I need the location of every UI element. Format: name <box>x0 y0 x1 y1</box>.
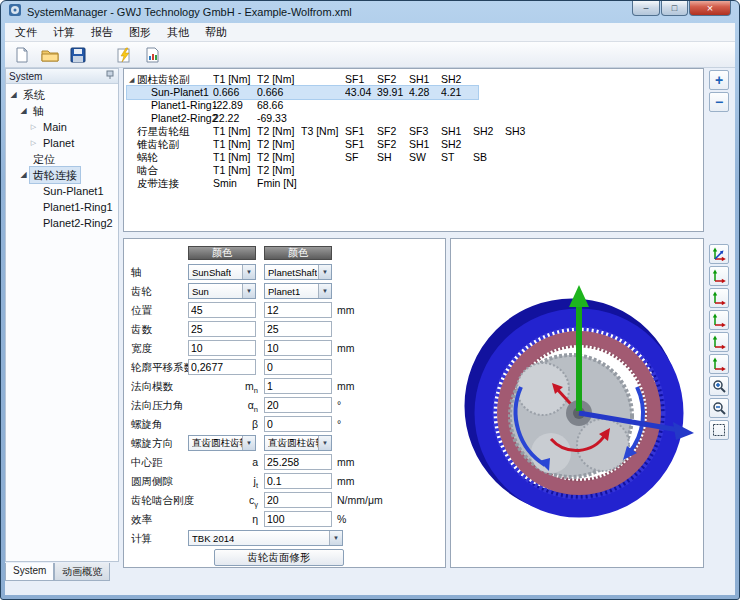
new-document-icon[interactable] <box>11 44 32 65</box>
backlash-input[interactable] <box>264 473 332 489</box>
collapse-icon[interactable]: ◢ <box>127 73 137 86</box>
results-group-row[interactable]: 皮带连接SminFmin [N] <box>127 177 306 190</box>
tree-item-Planet2-Ring2[interactable]: Planet2-Ring2 <box>6 215 118 231</box>
dropdown-arrow-icon[interactable]: ▼ <box>318 265 331 279</box>
collapse-icon[interactable]: ◢ <box>18 103 29 119</box>
open-file-icon[interactable] <box>39 44 60 65</box>
title-bar[interactable]: SystemManager - GWJ Technology GmbH - Ex… <box>1 1 739 23</box>
tree-item-系统[interactable]: ◢系统 <box>6 87 118 103</box>
results-cell: ST <box>441 151 473 164</box>
menu-item-graphics[interactable]: 图形 <box>121 23 159 42</box>
pressure-angle-input[interactable] <box>264 397 332 413</box>
tab-System[interactable]: System <box>5 563 54 581</box>
position-input-2[interactable] <box>264 302 332 318</box>
width-input-1[interactable] <box>188 340 256 356</box>
results-data-row[interactable]: Planet2-Ring222.22-69.33 <box>127 112 306 125</box>
form-label: 轴 <box>131 266 142 280</box>
menu-item-file[interactable]: 文件 <box>7 23 45 42</box>
remove-connection-button[interactable]: − <box>709 92 729 112</box>
tree-item-Main[interactable]: ▷Main <box>6 119 118 135</box>
results-cell: T2 [Nm] <box>257 151 301 164</box>
tree-item-Sun-Planet1[interactable]: Sun-Planet1 <box>6 183 118 199</box>
position-input-1[interactable] <box>188 302 256 318</box>
dropdown-arrow-icon[interactable]: ▼ <box>318 284 331 298</box>
helix-direction-select-1[interactable]: 直齿圆柱齿轮▼ <box>188 435 256 451</box>
center-distance-input[interactable] <box>264 454 332 470</box>
zoom-window-icon[interactable] <box>709 420 729 440</box>
collapse-icon[interactable]: ◢ <box>18 167 29 183</box>
close-button[interactable]: × <box>689 1 731 16</box>
results-cell: SH2 <box>441 73 473 86</box>
results-data-row[interactable]: Sun-Planet10.6660.66643.0439.914.284.21 <box>127 86 478 99</box>
save-icon[interactable] <box>67 44 88 65</box>
view-right-icon[interactable] <box>709 310 729 330</box>
form-row-efficiency: 效率η% <box>124 510 445 529</box>
results-cell: T1 [Nm] <box>213 125 257 138</box>
zoom-in-icon[interactable] <box>709 376 729 396</box>
menu-item-calculation[interactable]: 计算 <box>45 23 83 42</box>
view-top-icon[interactable] <box>709 288 729 308</box>
dropdown-arrow-icon[interactable]: ▼ <box>242 265 255 279</box>
menu-item-report[interactable]: 报告 <box>83 23 121 42</box>
expand-icon[interactable]: ▷ <box>28 135 39 151</box>
dropdown-arrow-icon[interactable]: ▼ <box>242 436 255 450</box>
helix-direction-select-2[interactable]: 直齿圆柱齿轮▼ <box>264 435 332 451</box>
color-button-1[interactable]: 颜色 <box>188 246 256 260</box>
results-cell: 43.04 <box>345 86 377 99</box>
shaft-select-2[interactable]: PlanetShaft▼ <box>264 264 332 280</box>
add-connection-button[interactable]: + <box>709 70 729 90</box>
tree-item-Planet1-Ring1[interactable]: Planet1-Ring1 <box>6 199 118 215</box>
teeth-count-input-1[interactable] <box>188 321 256 337</box>
results-data-row[interactable]: Planet1-Ring1-22.8968.66 <box>127 99 306 112</box>
results-group-row[interactable]: 蜗轮T1 [Nm]T2 [Nm]SFSHSWSTSB <box>127 151 510 164</box>
gear-3d-render[interactable] <box>451 239 703 567</box>
minimize-button[interactable]: – <box>632 1 660 16</box>
view-iso-icon[interactable] <box>709 244 729 264</box>
expand-icon[interactable]: ▷ <box>28 119 39 135</box>
profile-shift-input-2[interactable] <box>264 359 332 375</box>
gear-select-2[interactable]: Planet1▼ <box>264 283 332 299</box>
normal-module-input[interactable] <box>264 378 332 394</box>
results-cell: 68.66 <box>257 99 301 112</box>
tree-item-定位[interactable]: 定位 <box>6 151 118 167</box>
results-group-row[interactable]: 行星齿轮组T1 [Nm]T2 [Nm]T3 [Nm]SF1SF2SF3SH1SH… <box>127 125 542 138</box>
results-group-row[interactable]: ◢圆柱齿轮副T1 [Nm]T2 [Nm]SF1SF2SH1SH2 <box>127 73 478 86</box>
menu-item-help[interactable]: 帮助 <box>197 23 235 42</box>
gear-select-1[interactable]: Sun▼ <box>188 283 256 299</box>
color-button-2[interactable]: 颜色 <box>264 246 332 260</box>
results-group-row[interactable]: 啮合T1 [Nm]T2 [Nm] <box>127 164 306 177</box>
efficiency-input[interactable] <box>264 511 332 527</box>
calculation-method-select[interactable]: TBK 2014▼ <box>188 530 343 546</box>
tree-item-Planet[interactable]: ▷Planet <box>6 135 118 151</box>
selected-value: 直齿圆柱齿轮 <box>268 437 318 450</box>
selected-value: PlanetShaft <box>268 267 317 278</box>
form-label: 计算 <box>131 532 152 546</box>
results-group-row[interactable]: 锥齿轮副T1 [Nm]T2 [Nm]SF1SF2SH1SH2 <box>127 138 478 151</box>
dropdown-arrow-icon[interactable]: ▼ <box>329 531 342 545</box>
width-input-2[interactable] <box>264 340 332 356</box>
tab-动画概览[interactable]: 动画概览 <box>54 563 110 581</box>
profile-shift-input-1[interactable] <box>188 359 256 375</box>
zoom-out-icon[interactable] <box>709 398 729 418</box>
helix-angle-input[interactable] <box>264 416 332 432</box>
view-front-icon[interactable] <box>709 266 729 286</box>
flank-modification-button[interactable]: 齿轮齿面修形 <box>214 549 344 566</box>
tree-item-轴[interactable]: ◢轴 <box>6 103 118 119</box>
mesh-stiffness-input[interactable] <box>264 492 332 508</box>
dropdown-arrow-icon[interactable]: ▼ <box>242 284 255 298</box>
calculate-icon[interactable] <box>114 44 135 65</box>
results-cell: SH2 <box>473 125 505 138</box>
dropdown-arrow-icon[interactable]: ▼ <box>318 436 331 450</box>
view-left-icon[interactable] <box>709 354 729 374</box>
results-cell: T1 [Nm] <box>213 151 257 164</box>
report-icon[interactable] <box>142 44 163 65</box>
view-back-icon[interactable] <box>709 332 729 352</box>
form-label: 轮廓平移系数 <box>131 361 194 375</box>
pin-icon[interactable] <box>105 70 115 82</box>
maximize-button[interactable]: □ <box>661 1 688 16</box>
menu-item-other[interactable]: 其他 <box>159 23 197 42</box>
tree-item-齿轮连接[interactable]: ◢齿轮连接 <box>6 167 118 183</box>
teeth-count-input-2[interactable] <box>264 321 332 337</box>
shaft-select-1[interactable]: SunShaft▼ <box>188 264 256 280</box>
collapse-icon[interactable]: ◢ <box>8 87 19 103</box>
